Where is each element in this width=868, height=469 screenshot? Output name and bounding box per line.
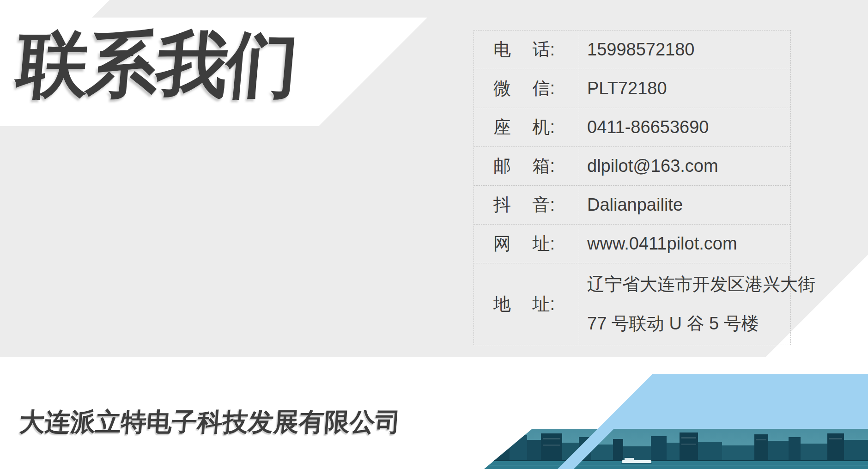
email-value: dlpilot@163.com: [579, 147, 790, 185]
table-row-phone: 电 话: 15998572180: [474, 30, 790, 69]
company-name: 大连派立特电子科技发展有限公司: [18, 407, 402, 437]
douyin-label-char1: 抖: [493, 193, 511, 217]
city-skyline-graphic: [484, 429, 868, 469]
website-label-char2: 址:: [532, 232, 555, 256]
douyin-label: 抖 音:: [493, 193, 555, 217]
table-row-wechat: 微 信: PLT72180: [474, 69, 790, 108]
landline-label-char2: 机:: [532, 116, 555, 139]
douyin-label-cell: 抖 音:: [474, 186, 579, 224]
address-label-char1: 地: [493, 292, 511, 316]
email-label: 邮 箱:: [493, 154, 555, 178]
wechat-value: PLT72180: [579, 69, 790, 108]
address-line-2: 77 号联动 U 谷 5 号楼: [587, 304, 759, 343]
phone-label-cell: 电 话:: [474, 30, 579, 69]
wechat-label-char2: 信:: [532, 77, 555, 100]
table-row-douyin: 抖 音: Dalianpailite: [474, 186, 790, 225]
landline-label-char1: 座: [493, 116, 511, 139]
contact-table: 电 话: 15998572180 微 信: PLT72180 座 机:: [473, 30, 791, 345]
landline-label: 座 机:: [493, 116, 555, 139]
landline-value: 0411-86653690: [579, 108, 790, 146]
douyin-value: Dalianpailite: [579, 186, 790, 224]
table-row-landline: 座 机: 0411-86653690: [474, 108, 790, 147]
email-label-cell: 邮 箱:: [474, 147, 579, 185]
website-label: 网 址:: [493, 232, 555, 256]
city-skyline-photo: [484, 429, 868, 469]
address-label-char2: 址:: [532, 292, 555, 316]
page-title: 联系我们: [14, 25, 300, 104]
slide-contact-page: 联系我们 电 话: 15998572180 微 信: PLT72180: [0, 0, 868, 469]
phone-label-char2: 话:: [532, 38, 555, 61]
phone-label: 电 话:: [493, 38, 555, 61]
website-value: www.0411pilot.com: [579, 225, 790, 263]
wechat-label-char1: 微: [493, 77, 511, 100]
phone-label-char1: 电: [493, 38, 511, 61]
wechat-label: 微 信:: [493, 77, 555, 100]
table-row-email: 邮 箱: dlpilot@163.com: [474, 147, 790, 186]
email-label-char2: 箱:: [532, 154, 555, 178]
address-label: 地 址:: [493, 292, 555, 316]
wechat-label-cell: 微 信:: [474, 69, 579, 108]
landline-label-cell: 座 机:: [474, 108, 579, 146]
email-label-char1: 邮: [493, 154, 511, 178]
table-row-website: 网 址: www.0411pilot.com: [474, 225, 790, 263]
table-row-address: 地 址: 辽宁省大连市开发区港兴大街 77 号联动 U 谷 5 号楼: [474, 263, 790, 345]
address-label-cell: 地 址:: [474, 263, 579, 345]
address-line-1: 辽宁省大连市开发区港兴大街: [587, 265, 815, 304]
phone-value: 15998572180: [579, 30, 790, 69]
address-value: 辽宁省大连市开发区港兴大街 77 号联动 U 谷 5 号楼: [579, 263, 815, 345]
website-label-cell: 网 址:: [474, 225, 579, 263]
website-label-char1: 网: [493, 232, 511, 256]
douyin-label-char2: 音:: [532, 193, 555, 217]
